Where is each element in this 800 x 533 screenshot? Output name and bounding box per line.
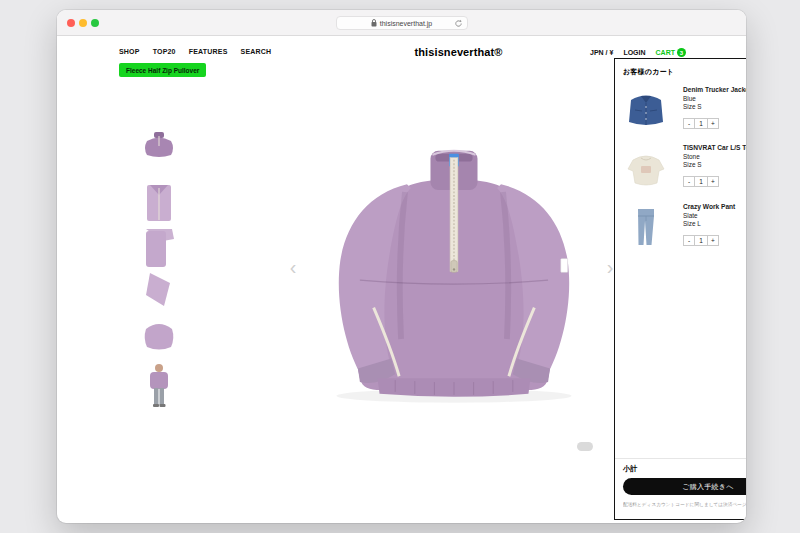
product-hero-image[interactable] bbox=[307, 143, 601, 413]
cart-link-label: CART bbox=[656, 49, 675, 56]
product-title-button[interactable]: Fleece Half Zip Pullover bbox=[119, 63, 206, 77]
work-pant-thumb-image bbox=[623, 203, 669, 249]
desktop-background: thisisneverthat.jp SHOP TOP20 FEATURES S… bbox=[0, 0, 800, 533]
qty-increase-button[interactable]: + bbox=[707, 235, 719, 246]
window-close-button[interactable] bbox=[67, 19, 75, 27]
qty-value: 1 bbox=[694, 176, 708, 187]
fleece-collar-thumb-image bbox=[141, 180, 177, 224]
browser-titlebar: thisisneverthat.jp bbox=[57, 10, 746, 36]
checkout-note: 配送料とディスカウントコードに関しましては決済ページにて表示されます。 bbox=[623, 501, 746, 508]
cart-item-color: Blue bbox=[683, 95, 746, 104]
quantity-stepper: - 1 + bbox=[683, 235, 719, 246]
carousel-prev-button[interactable]: ‹ bbox=[285, 256, 301, 278]
cart-item-thumbnail[interactable] bbox=[623, 144, 669, 190]
cart-item-size: Size L bbox=[683, 220, 746, 229]
url-text: thisisneverthat.jp bbox=[380, 20, 433, 27]
thumbnail-front-view[interactable] bbox=[141, 130, 177, 160]
checkout-button[interactable]: ご購入手続きへ bbox=[623, 478, 746, 495]
thumbnail-folded-view[interactable] bbox=[141, 225, 177, 269]
thumbnail-back-view[interactable] bbox=[141, 316, 177, 354]
divider bbox=[615, 458, 746, 459]
nav-utility: JPN / ¥ LOGIN CART 3 bbox=[590, 48, 686, 57]
thumbnail-collar-detail[interactable] bbox=[141, 180, 177, 224]
qty-increase-button[interactable]: + bbox=[707, 176, 719, 187]
qty-value: 1 bbox=[694, 235, 708, 246]
cart-item-color: Slate bbox=[683, 212, 746, 221]
cart-item-name[interactable]: TISNVRAT Car L/S Tee bbox=[683, 144, 746, 153]
qty-increase-button[interactable]: + bbox=[707, 118, 719, 129]
quantity-stepper: - 1 + bbox=[683, 176, 719, 187]
denim-jacket-thumb-image bbox=[623, 86, 669, 132]
cart-drawer: お客様のカート CLOSE Denim Trucker Jacket Blue … bbox=[614, 58, 746, 520]
lock-icon bbox=[371, 19, 377, 27]
cart-item-name[interactable]: Crazy Work Pant bbox=[683, 203, 746, 212]
cart-item-thumbnail[interactable] bbox=[623, 86, 669, 132]
qty-value: 1 bbox=[694, 118, 708, 129]
window-zoom-button[interactable] bbox=[91, 19, 99, 27]
refresh-icon[interactable] bbox=[454, 19, 463, 29]
cart-item-name[interactable]: Denim Trucker Jacket bbox=[683, 86, 746, 95]
locale-currency-selector[interactable]: JPN / ¥ bbox=[590, 49, 613, 56]
chevron-left-icon: ‹ bbox=[290, 256, 297, 278]
fleece-model-thumb-image bbox=[141, 362, 177, 410]
cart-count-badge: 3 bbox=[677, 48, 686, 57]
fleece-pullover-image bbox=[307, 143, 601, 408]
address-bar[interactable]: thisisneverthat.jp bbox=[336, 16, 468, 30]
cart-link[interactable]: CART 3 bbox=[656, 48, 686, 57]
cart-item-size: Size S bbox=[683, 103, 746, 112]
thumbnail-sleeve-detail[interactable] bbox=[141, 270, 177, 310]
chevron-right-icon: › bbox=[607, 256, 614, 278]
ls-tee-thumb-image bbox=[623, 144, 669, 190]
cart-item-thumbnail[interactable] bbox=[623, 203, 669, 249]
fleece-folded-thumb-image bbox=[141, 225, 177, 269]
fleece-back-thumb-image bbox=[141, 316, 177, 354]
cart-item-color: Stone bbox=[683, 153, 746, 162]
fleece-sleeve-thumb-image bbox=[141, 270, 177, 310]
window-controls bbox=[67, 19, 99, 27]
login-link[interactable]: LOGIN bbox=[623, 49, 645, 56]
quantity-stepper: - 1 + bbox=[683, 118, 719, 129]
thumbnail-model-view[interactable] bbox=[141, 362, 177, 410]
image-counter-badge bbox=[577, 442, 593, 451]
window-minimize-button[interactable] bbox=[79, 19, 87, 27]
subtotal-label: 小計 bbox=[623, 464, 637, 474]
browser-window: thisisneverthat.jp SHOP TOP20 FEATURES S… bbox=[57, 10, 746, 523]
cart-title: お客様のカート bbox=[623, 67, 674, 77]
cart-item-size: Size S bbox=[683, 161, 746, 170]
fleece-front-thumb-image bbox=[141, 130, 177, 160]
